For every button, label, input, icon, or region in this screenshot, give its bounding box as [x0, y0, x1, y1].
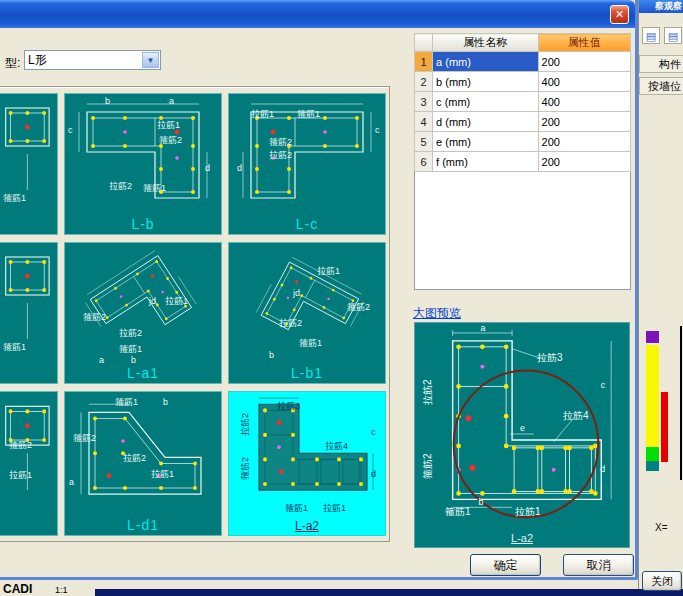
rebar-label: 箍筋1	[297, 110, 320, 119]
dim-label: b	[163, 398, 168, 407]
rebar-label: 拉筋2	[109, 182, 132, 191]
rebar-label: 箍筋2	[159, 136, 182, 145]
rebar-label: 拉筋2	[123, 454, 146, 463]
drawing-fragment-yellow	[646, 345, 659, 447]
row-number[interactable]: 5	[415, 132, 433, 152]
table-row: 3 c (mm) 400	[415, 92, 631, 112]
property-value-cell[interactable]: 200	[538, 152, 630, 172]
cell-label: L-c	[229, 216, 385, 232]
property-value-cell[interactable]: 400	[538, 92, 630, 112]
rebar-label: 箍筋1	[285, 504, 308, 513]
property-value-cell[interactable]: 400	[538, 72, 630, 92]
rebar-label: 拉筋2	[423, 379, 433, 405]
drawing-fragment-line	[680, 326, 682, 480]
row-number[interactable]: 3	[415, 92, 433, 112]
dim-label: jd	[149, 297, 156, 306]
section-cell-l-b[interactable]: b a c 拉筋1 箍筋2 d 拉筋2 箍筋1 L-b	[64, 93, 222, 235]
preview-section-label: L-a2	[415, 532, 629, 544]
chevron-down-icon[interactable]: ▼	[142, 52, 159, 68]
property-value-cell[interactable]: 200	[538, 132, 630, 152]
table-row: 2 b (mm) 400	[415, 72, 631, 92]
property-name-cell[interactable]: a (mm)	[433, 52, 538, 72]
dialog-titlebar[interactable]: ✕	[0, 0, 635, 28]
ok-button[interactable]: 确定	[470, 554, 541, 576]
dim-label: b	[131, 356, 136, 365]
section-cell-l-b1[interactable]: 拉筋1 jd 箍筋2 拉筋2 箍筋1 b L-b1	[228, 242, 386, 384]
command-bar	[95, 589, 683, 596]
rebar-label: 箍筋2	[83, 313, 106, 322]
row-number[interactable]: 4	[415, 112, 433, 132]
dim-label: d	[205, 164, 210, 173]
by-wall-position-button[interactable]: 按墙位	[639, 77, 683, 95]
dim-label: b	[105, 97, 110, 106]
section-cell-partial-3[interactable]: 箍筋2 拉筋1	[0, 391, 58, 536]
property-value-cell[interactable]: 200	[538, 112, 630, 132]
app-logo-text: CADI	[3, 582, 32, 596]
section-diagram	[0, 392, 57, 535]
section-cell-l-a1[interactable]: 箍筋2 jd 拉筋1 拉筋2 箍筋1 a b L-a1	[64, 242, 222, 384]
section-type-dialog: ✕ 型: L形 ▼ 箍筋1 箍筋1 箍筋2 拉筋1 b a c 拉筋	[0, 0, 638, 580]
cancel-button[interactable]: 取消	[563, 554, 634, 576]
rebar-label: 拉筋1	[165, 297, 188, 306]
rebar-label: 拉筋3	[537, 353, 563, 363]
rebar-label: 拉筋2	[119, 329, 142, 338]
section-cell-partial-2[interactable]: 箍筋1	[0, 242, 58, 384]
rebar-label: 拉筋1	[157, 121, 180, 130]
dim-label: a	[69, 478, 74, 487]
property-name-cell[interactable]: c (mm)	[433, 92, 538, 112]
scale-indicator: 1:1	[55, 585, 68, 595]
cell-label: L-b1	[229, 365, 385, 381]
rebar-label: 箍筋1	[299, 339, 322, 348]
dim-letter: b	[478, 497, 483, 507]
value-header: 属性值	[538, 34, 630, 52]
background-window-title-fragment: 察观察	[639, 0, 683, 13]
section-cell-l-d1[interactable]: 箍筋1 b 箍筋2 拉筋2 拉筋1 a L-d1	[64, 391, 222, 536]
rebar-label: 拉筋1	[151, 470, 174, 479]
preview-title: 大图预览	[413, 305, 461, 322]
row-number[interactable]: 6	[415, 152, 433, 172]
rebar-label: 拉筋2	[279, 319, 302, 328]
rebar-label: 箍筋2	[241, 457, 250, 480]
table-header-row: 属性名称 属性值	[415, 34, 631, 52]
name-header: 属性名称	[433, 34, 538, 52]
background-app-strip: 察观察 ▤ ▤ 构件 按墙位 X= 关闭	[638, 0, 683, 596]
property-name-cell[interactable]: f (mm)	[433, 152, 538, 172]
dim-letter: e	[520, 423, 525, 433]
dim-label: d	[371, 470, 376, 479]
rebar-label: 拉筋4	[325, 442, 348, 451]
section-type-value: L形	[28, 53, 47, 67]
section-cell-l-c[interactable]: 拉筋1 箍筋1 箍筋2 拉筋2 c d L-c	[228, 93, 386, 235]
property-name-cell[interactable]: e (mm)	[433, 132, 538, 152]
background-close-button[interactable]: 关闭	[642, 571, 682, 591]
preview-panel: a e c d b 拉筋3 拉筋2 拉筋4 箍筋2 箍筋1 拉筋1 L-a2	[414, 322, 630, 548]
table-row: 6 f (mm) 200	[415, 152, 631, 172]
property-table: 属性名称 属性值 1 a (mm) 200 2 b (mm) 400 3 c (…	[414, 33, 631, 172]
property-name-cell[interactable]: d (mm)	[433, 112, 538, 132]
dim-label: c	[371, 428, 376, 437]
property-value-cell[interactable]: 200	[538, 52, 630, 72]
row-number[interactable]: 1	[415, 52, 433, 72]
section-diagram	[229, 392, 385, 535]
rebar-label: 拉筋1	[9, 471, 32, 480]
section-diagram	[0, 94, 57, 234]
property-name-cell[interactable]: b (mm)	[433, 72, 538, 92]
component-button[interactable]: 构件	[639, 55, 683, 73]
rebar-label: 拉筋2	[241, 413, 250, 436]
section-diagram	[65, 94, 221, 234]
rebar-label: 箍筋2	[9, 441, 32, 450]
section-type-dropdown[interactable]: L形 ▼	[24, 50, 161, 70]
document-icon[interactable]: ▤	[664, 27, 682, 44]
section-cell-l-a2-selected[interactable]: 拉筋3 拉筋2 c 拉筋4 箍筋2 d 箍筋1 拉筋1 L-a2	[228, 391, 386, 536]
cell-label: L-a1	[65, 365, 221, 381]
rebar-label: 箍筋1	[445, 507, 471, 517]
section-cell-partial-1[interactable]: 箍筋1	[0, 93, 58, 235]
rebar-label: 拉筋1	[317, 267, 340, 276]
document-icon[interactable]: ▤	[642, 27, 660, 44]
rebar-label: 箍筋1	[3, 343, 26, 352]
rebar-label: 箍筋1	[119, 345, 142, 354]
row-number[interactable]: 2	[415, 72, 433, 92]
cell-label: L-b	[65, 216, 221, 232]
close-icon[interactable]: ✕	[610, 5, 629, 24]
dim-label: c	[68, 126, 73, 135]
table-row: 5 e (mm) 200	[415, 132, 631, 152]
